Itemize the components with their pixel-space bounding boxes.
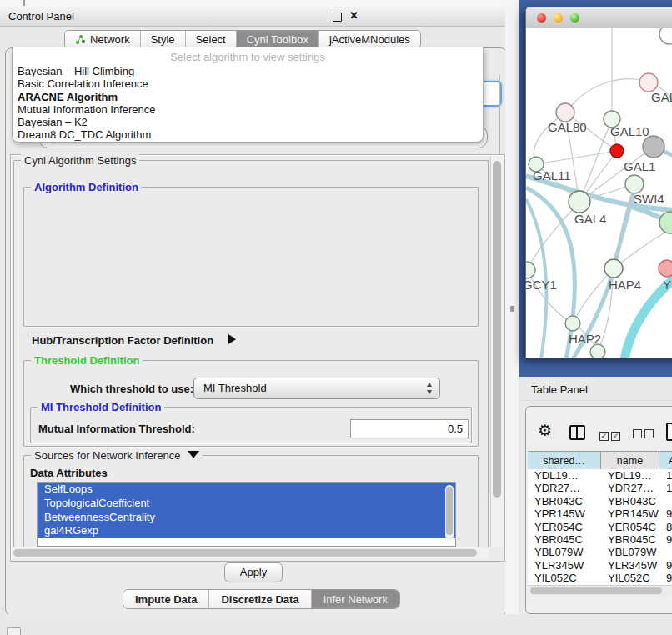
network-view-window[interactable]: GALGAL80GAL10GAL11GAL1SWI4GAL4GCY1HAP4YH… — [525, 7, 672, 358]
network-node[interactable] — [565, 316, 580, 331]
table-cell: YDL19… — [528, 469, 601, 482]
table-cell: YBL079W — [528, 546, 601, 558]
network-node[interactable] — [643, 136, 664, 158]
minimized-panel-icon[interactable] — [7, 628, 21, 635]
network-window-titlebar[interactable] — [526, 8, 672, 28]
column-header-name[interactable]: name — [601, 452, 659, 470]
network-node[interactable] — [659, 260, 672, 277]
control-panel-tabs: Network Style Select Cyni Toolbox jActiv… — [64, 30, 421, 49]
table-hscroll-thumb[interactable] — [530, 588, 662, 594]
algorithm-option[interactable]: ARACNE Algorithm — [18, 91, 478, 103]
sources-collapse-icon[interactable] — [188, 451, 199, 458]
algorithm-option[interactable]: Basic Correlation Inference — [18, 78, 478, 90]
table-cell: YBR043C — [528, 495, 601, 508]
settings-hscroll-thumb[interactable] — [13, 549, 477, 557]
which-threshold-label: Which threshold to use: — [70, 382, 193, 395]
table-cell: YDR27… — [528, 482, 601, 494]
attr-list-scrollbar[interactable] — [445, 485, 454, 540]
tab-network-label: Network — [90, 33, 130, 46]
select-all-checks-icon[interactable]: ✓✓ — [599, 427, 623, 442]
algorithm-definition-group: Algorithm Definition — [23, 187, 479, 327]
network-node-label: HAP2 — [569, 332, 601, 346]
table-row[interactable]: YDL19…YDL19…13 — [528, 469, 672, 482]
close-icon[interactable]: ✕ — [349, 9, 359, 22]
table-row[interactable]: YBR043CYBR043C — [528, 495, 672, 508]
table-cell: YBR045C — [528, 533, 601, 546]
table-row[interactable]: YER054CYER054C8. — [528, 521, 672, 533]
network-node[interactable] — [590, 344, 605, 358]
sources-title-text: Sources for Network Inference — [34, 449, 181, 462]
close-traffic-light-icon[interactable] — [537, 13, 546, 22]
tab-select[interactable]: Select — [186, 31, 237, 48]
network-canvas[interactable]: GALGAL80GAL10GAL11GAL1SWI4GAL4GCY1HAP4YH… — [526, 28, 672, 358]
network-node[interactable] — [625, 175, 644, 193]
which-threshold-combo[interactable]: MI Threshold — [193, 378, 440, 399]
algorithm-option[interactable]: Mutual Information Inference — [18, 103, 478, 116]
network-node[interactable] — [659, 212, 672, 233]
algorithm-option[interactable]: Dream8 DC_TDC Algorithm — [18, 128, 478, 141]
divider-handle-icon[interactable] — [510, 306, 514, 312]
tab-infer-network[interactable]: Infer Network — [312, 590, 399, 608]
network-node-label: GCY1 — [525, 278, 557, 292]
algorithm-definition-title: Algorithm Definition — [31, 181, 142, 193]
gear-icon[interactable]: ⚙ — [538, 422, 552, 438]
table-row[interactable]: YBR045CYBR045C9. — [528, 533, 672, 546]
table-row[interactable]: YDR27…YDR27…12 — [528, 482, 672, 494]
table-row[interactable]: YIL052CYIL052C9 — [528, 572, 672, 584]
table-panel-window[interactable]: ⚙ ✓✓ shared… name A YDL19…YDL19…13YDR27…… — [525, 406, 672, 614]
table-cell — [659, 495, 672, 508]
tab-discretize-data[interactable]: Discretize Data — [209, 590, 311, 608]
zoom-traffic-light-icon[interactable] — [570, 13, 579, 22]
export-table-icon[interactable] — [666, 422, 672, 441]
table-cell: YDL19… — [601, 469, 659, 482]
table-row[interactable]: YPR145WYPR145W9. — [528, 508, 672, 520]
network-node[interactable] — [639, 73, 658, 92]
data-attributes-list[interactable]: SelfLoopsTopologicalCoefficientBetweenne… — [37, 482, 456, 547]
control-panel-titlebar: Control Panel ✕ — [0, 7, 519, 27]
attr-list-scroll-thumb[interactable] — [446, 487, 453, 535]
column-layout-icon[interactable] — [569, 425, 585, 440]
cyni-algorithm-settings-title: Cyni Algorithm Settings — [21, 154, 139, 167]
sources-group-title: Sources for Network Inference — [31, 449, 203, 462]
table-cell: 8. — [659, 521, 672, 533]
network-node[interactable] — [610, 144, 624, 158]
algorithm-option[interactable]: Bayesian – Hill Climbing — [18, 65, 478, 78]
tab-style[interactable]: Style — [141, 31, 186, 48]
network-node-label: GAL4 — [574, 212, 606, 226]
network-node[interactable] — [526, 262, 535, 278]
mi-threshold-field[interactable]: 0.5 — [350, 419, 469, 438]
table-row[interactable]: YLR345WYLR345W9. — [528, 559, 672, 572]
deselect-all-checks-icon[interactable] — [633, 427, 656, 442]
float-window-icon[interactable] — [333, 12, 342, 22]
network-node[interactable] — [659, 28, 672, 44]
hub-expand-icon[interactable] — [228, 334, 236, 344]
settings-vertical-scrollbar[interactable] — [490, 156, 504, 547]
group-border-fragment — [499, 75, 500, 154]
network-node-label: GAL10 — [610, 124, 649, 138]
tab-network[interactable]: Network — [65, 31, 141, 48]
data-attribute-item[interactable]: gal4RGexp — [38, 524, 455, 538]
column-header-shared-name[interactable]: shared… — [528, 452, 601, 470]
network-node[interactable] — [569, 191, 590, 212]
table-horizontal-scrollbar[interactable] — [528, 585, 672, 597]
tab-jactivemnodules[interactable]: jActiveMNodules — [319, 31, 420, 48]
table-row[interactable]: YBL079WYBL079W — [528, 546, 672, 558]
tab-impute-data[interactable]: Impute Data — [123, 590, 209, 608]
table-cell: YIL052C — [601, 572, 659, 584]
network-node-label: GAL1 — [624, 159, 655, 173]
settings-vscroll-thumb[interactable] — [493, 161, 501, 498]
network-node[interactable] — [604, 259, 623, 278]
apply-button[interactable]: Apply — [224, 562, 283, 582]
table-cell: 9. — [659, 508, 672, 520]
panel-divider[interactable] — [505, 0, 519, 635]
minimize-traffic-light-icon[interactable] — [554, 13, 563, 22]
data-attribute-item[interactable]: SelfLoops — [38, 482, 455, 497]
column-header-partial[interactable]: A — [659, 452, 672, 470]
algorithm-option[interactable]: Bayesian – K2 — [18, 116, 478, 128]
network-icon — [75, 34, 86, 45]
data-attribute-item[interactable]: TopologicalCoefficient — [38, 497, 455, 511]
settings-horizontal-scrollbar[interactable] — [12, 548, 489, 559]
data-attribute-item[interactable]: BetweennessCentrality — [38, 511, 455, 525]
network-node[interactable] — [556, 103, 574, 122]
tab-cyni-toolbox[interactable]: Cyni Toolbox — [237, 31, 319, 48]
